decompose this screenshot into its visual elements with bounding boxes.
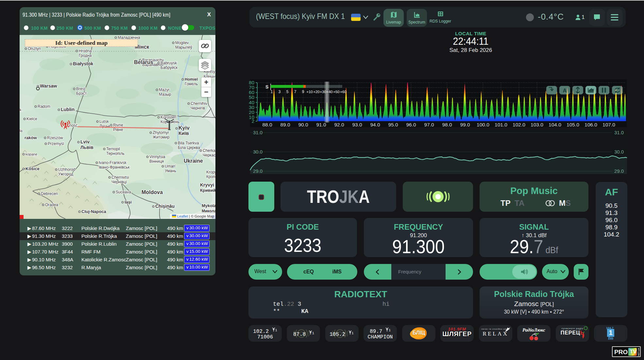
- svg-text:30.0: 30.0: [614, 149, 624, 155]
- svg-text:31.0: 31.0: [253, 130, 263, 135]
- svg-text:31.0: 31.0: [614, 130, 624, 135]
- svg-text:30.0: 30.0: [253, 149, 263, 155]
